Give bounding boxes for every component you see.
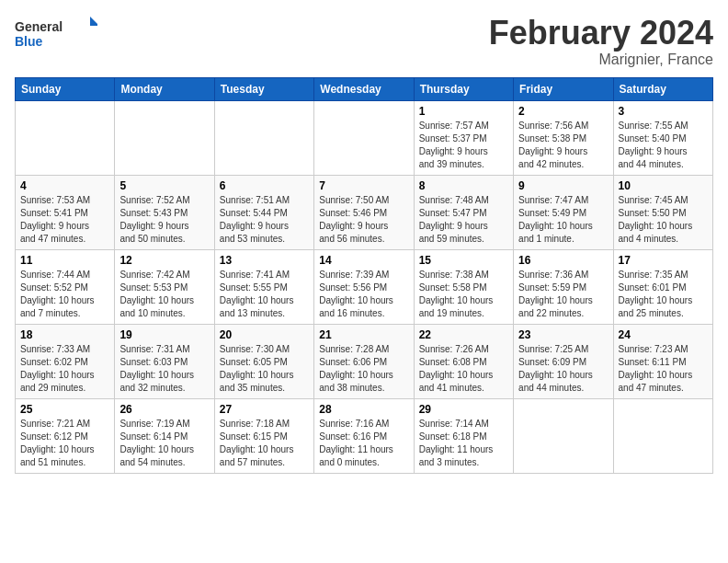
calendar-cell: 2Sunrise: 7:56 AM Sunset: 5:38 PM Daylig… bbox=[514, 100, 613, 175]
day-number: 23 bbox=[518, 328, 608, 341]
day-info: Sunrise: 7:39 AM Sunset: 5:56 PM Dayligh… bbox=[319, 269, 408, 320]
header-monday: Monday bbox=[115, 77, 214, 100]
day-info: Sunrise: 7:23 AM Sunset: 6:11 PM Dayligh… bbox=[619, 343, 708, 395]
calendar-title: February 2024 bbox=[489, 15, 713, 52]
header-wednesday: Wednesday bbox=[314, 77, 414, 100]
day-info: Sunrise: 7:41 AM Sunset: 5:55 PM Dayligh… bbox=[220, 269, 309, 320]
calendar-cell: 18Sunrise: 7:33 AM Sunset: 6:02 PM Dayli… bbox=[16, 324, 115, 398]
calendar-cell: 7Sunrise: 7:50 AM Sunset: 5:46 PM Daylig… bbox=[314, 175, 414, 249]
day-info: Sunrise: 7:50 AM Sunset: 5:46 PM Dayligh… bbox=[319, 194, 408, 246]
calendar-cell: 20Sunrise: 7:30 AM Sunset: 6:05 PM Dayli… bbox=[214, 324, 313, 398]
calendar-cell: 19Sunrise: 7:31 AM Sunset: 6:03 PM Dayli… bbox=[115, 324, 214, 398]
day-number: 29 bbox=[419, 403, 508, 416]
header-sunday: Sunday bbox=[16, 77, 115, 100]
calendar-cell bbox=[314, 100, 414, 175]
day-info: Sunrise: 7:38 AM Sunset: 5:58 PM Dayligh… bbox=[419, 269, 508, 320]
day-number: 13 bbox=[220, 254, 309, 267]
calendar-header: Sunday Monday Tuesday Wednesday Thursday… bbox=[16, 77, 713, 100]
calendar-cell: 24Sunrise: 7:23 AM Sunset: 6:11 PM Dayli… bbox=[613, 324, 712, 398]
day-number: 21 bbox=[319, 328, 408, 341]
day-info: Sunrise: 7:47 AM Sunset: 5:49 PM Dayligh… bbox=[518, 194, 608, 246]
calendar-cell: 22Sunrise: 7:26 AM Sunset: 6:08 PM Dayli… bbox=[414, 324, 513, 398]
day-number: 5 bbox=[119, 179, 209, 192]
calendar-cell: 15Sunrise: 7:38 AM Sunset: 5:58 PM Dayli… bbox=[414, 249, 513, 324]
header-tuesday: Tuesday bbox=[214, 77, 313, 100]
day-number: 19 bbox=[119, 328, 209, 341]
header-friday: Friday bbox=[514, 77, 613, 100]
calendar-cell: 12Sunrise: 7:42 AM Sunset: 5:53 PM Dayli… bbox=[115, 249, 214, 324]
calendar-cell: 1Sunrise: 7:57 AM Sunset: 5:37 PM Daylig… bbox=[414, 100, 513, 175]
day-number: 12 bbox=[119, 254, 209, 267]
day-info: Sunrise: 7:56 AM Sunset: 5:38 PM Dayligh… bbox=[518, 120, 608, 171]
day-info: Sunrise: 7:48 AM Sunset: 5:47 PM Dayligh… bbox=[419, 194, 508, 246]
week-row-1: 1Sunrise: 7:57 AM Sunset: 5:37 PM Daylig… bbox=[16, 100, 713, 175]
day-number: 20 bbox=[220, 328, 309, 341]
day-info: Sunrise: 7:45 AM Sunset: 5:50 PM Dayligh… bbox=[619, 194, 708, 246]
day-info: Sunrise: 7:18 AM Sunset: 6:15 PM Dayligh… bbox=[220, 418, 309, 469]
day-info: Sunrise: 7:53 AM Sunset: 5:41 PM Dayligh… bbox=[20, 194, 109, 246]
calendar-cell: 11Sunrise: 7:44 AM Sunset: 5:52 PM Dayli… bbox=[16, 249, 115, 324]
calendar-cell: 29Sunrise: 7:14 AM Sunset: 6:18 PM Dayli… bbox=[414, 398, 513, 473]
day-number: 16 bbox=[518, 254, 608, 267]
day-number: 3 bbox=[619, 105, 708, 118]
day-info: Sunrise: 7:55 AM Sunset: 5:40 PM Dayligh… bbox=[619, 120, 708, 171]
day-info: Sunrise: 7:51 AM Sunset: 5:44 PM Dayligh… bbox=[220, 194, 309, 246]
calendar-cell: 9Sunrise: 7:47 AM Sunset: 5:49 PM Daylig… bbox=[514, 175, 613, 249]
calendar-cell: 27Sunrise: 7:18 AM Sunset: 6:15 PM Dayli… bbox=[214, 398, 313, 473]
day-info: Sunrise: 7:42 AM Sunset: 5:53 PM Dayligh… bbox=[119, 269, 209, 320]
calendar-cell: 26Sunrise: 7:19 AM Sunset: 6:14 PM Dayli… bbox=[115, 398, 214, 473]
header-saturday: Saturday bbox=[613, 77, 712, 100]
calendar-cell: 28Sunrise: 7:16 AM Sunset: 6:16 PM Dayli… bbox=[314, 398, 414, 473]
day-number: 2 bbox=[518, 105, 608, 118]
day-number: 25 bbox=[20, 403, 109, 416]
week-row-3: 11Sunrise: 7:44 AM Sunset: 5:52 PM Dayli… bbox=[16, 249, 713, 324]
svg-text:General: General bbox=[15, 19, 63, 34]
header-thursday: Thursday bbox=[414, 77, 513, 100]
day-number: 4 bbox=[20, 179, 109, 192]
calendar-table: Sunday Monday Tuesday Wednesday Thursday… bbox=[15, 77, 713, 474]
day-info: Sunrise: 7:30 AM Sunset: 6:05 PM Dayligh… bbox=[220, 343, 309, 395]
calendar-cell: 4Sunrise: 7:53 AM Sunset: 5:41 PM Daylig… bbox=[16, 175, 115, 249]
day-number: 9 bbox=[518, 179, 608, 192]
day-number: 17 bbox=[619, 254, 708, 267]
calendar-cell: 10Sunrise: 7:45 AM Sunset: 5:50 PM Dayli… bbox=[613, 175, 712, 249]
day-number: 26 bbox=[119, 403, 209, 416]
calendar-cell bbox=[214, 100, 313, 175]
calendar-cell: 13Sunrise: 7:41 AM Sunset: 5:55 PM Dayli… bbox=[214, 249, 313, 324]
day-number: 14 bbox=[319, 254, 408, 267]
day-info: Sunrise: 7:36 AM Sunset: 5:59 PM Dayligh… bbox=[518, 269, 608, 320]
day-info: Sunrise: 7:52 AM Sunset: 5:43 PM Dayligh… bbox=[119, 194, 209, 246]
calendar-cell: 17Sunrise: 7:35 AM Sunset: 6:01 PM Dayli… bbox=[613, 249, 712, 324]
title-area: February 2024 Marignier, France bbox=[489, 15, 713, 68]
day-number: 6 bbox=[220, 179, 309, 192]
day-number: 24 bbox=[619, 328, 708, 341]
day-number: 27 bbox=[220, 403, 309, 416]
calendar-subtitle: Marignier, France bbox=[489, 52, 713, 68]
day-info: Sunrise: 7:16 AM Sunset: 6:16 PM Dayligh… bbox=[319, 418, 408, 469]
day-info: Sunrise: 7:26 AM Sunset: 6:08 PM Dayligh… bbox=[419, 343, 508, 395]
day-info: Sunrise: 7:28 AM Sunset: 6:06 PM Dayligh… bbox=[319, 343, 408, 395]
day-info: Sunrise: 7:25 AM Sunset: 6:09 PM Dayligh… bbox=[518, 343, 608, 395]
calendar-cell: 25Sunrise: 7:21 AM Sunset: 6:12 PM Dayli… bbox=[16, 398, 115, 473]
page-header: General Blue February 2024 Marignier, Fr… bbox=[15, 15, 713, 68]
calendar-cell: 8Sunrise: 7:48 AM Sunset: 5:47 PM Daylig… bbox=[414, 175, 513, 249]
svg-marker-1 bbox=[90, 17, 97, 26]
calendar-cell bbox=[613, 398, 712, 473]
day-number: 10 bbox=[619, 179, 708, 192]
svg-text:Blue: Blue bbox=[15, 34, 43, 49]
day-number: 28 bbox=[319, 403, 408, 416]
day-info: Sunrise: 7:14 AM Sunset: 6:18 PM Dayligh… bbox=[419, 418, 508, 469]
day-info: Sunrise: 7:44 AM Sunset: 5:52 PM Dayligh… bbox=[20, 269, 109, 320]
day-info: Sunrise: 7:21 AM Sunset: 6:12 PM Dayligh… bbox=[20, 418, 109, 469]
day-number: 8 bbox=[419, 179, 508, 192]
calendar-body: 1Sunrise: 7:57 AM Sunset: 5:37 PM Daylig… bbox=[16, 100, 713, 473]
week-row-2: 4Sunrise: 7:53 AM Sunset: 5:41 PM Daylig… bbox=[16, 175, 713, 249]
day-number: 11 bbox=[20, 254, 109, 267]
calendar-cell: 3Sunrise: 7:55 AM Sunset: 5:40 PM Daylig… bbox=[613, 100, 712, 175]
day-info: Sunrise: 7:57 AM Sunset: 5:37 PM Dayligh… bbox=[419, 120, 508, 171]
day-number: 7 bbox=[319, 179, 408, 192]
day-info: Sunrise: 7:33 AM Sunset: 6:02 PM Dayligh… bbox=[20, 343, 109, 395]
calendar-cell bbox=[514, 398, 613, 473]
calendar-cell: 14Sunrise: 7:39 AM Sunset: 5:56 PM Dayli… bbox=[314, 249, 414, 324]
calendar-cell: 6Sunrise: 7:51 AM Sunset: 5:44 PM Daylig… bbox=[214, 175, 313, 249]
